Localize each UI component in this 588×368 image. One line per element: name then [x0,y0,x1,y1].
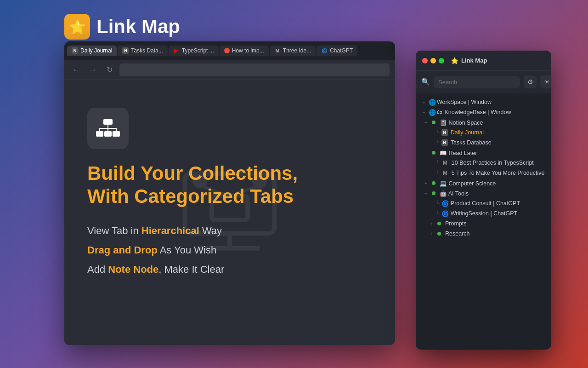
tree-row-knowledgebase[interactable]: 🌐 🗂 KnowledgeBase | Window [418,107,549,117]
feature-item-0: View Tab in Hierarchical Way [87,225,372,237]
chatgpt-icon-tree-2: 🌀 [441,210,449,217]
medium-icon-tree-2: M [441,170,449,176]
medium-m-icon: M [274,47,281,54]
notion-icon-2: N [122,47,129,54]
dot-ai-tools [432,191,435,195]
expand-notion-space[interactable] [422,119,430,126]
connector-tasks-database: └ [436,140,440,145]
expand-prompts[interactable] [428,220,435,227]
expand-read-later[interactable] [422,149,430,156]
close-traffic-light[interactable] [422,58,428,63]
expand-research[interactable] [428,230,435,237]
chrome-icon: 🌐 [429,99,436,106]
expand-workspace[interactable] [420,98,428,106]
tree-row-tips-productive[interactable]: └ M 5 Tips To Make You More Productive [418,168,549,178]
nav-bar: ← → ↻ [64,60,395,80]
youtube-icon: ▶ [173,47,180,54]
connector-writing-session: └ [436,211,440,216]
fullscreen-traffic-light[interactable] [439,58,444,63]
tree-row-workspace[interactable]: 🌐 WorkSpace | Window [418,97,549,107]
popup-window: ⭐ Link Map 🔍 ⚙ ☀ 🌐 WorkSpace | Window 🌐 … [416,51,551,350]
tab-tasks-data[interactable]: N Tasks Data... [118,46,167,56]
expand-computer-science[interactable] [422,179,430,187]
popup-search-bar: 🔍 ⚙ ☀ [416,71,551,93]
tree-row-tasks-database[interactable]: └ N Tasks Database [418,138,549,148]
dot-prompts [437,222,441,225]
svg-rect-11 [113,131,120,137]
tree-row-writing-session[interactable]: └ 🌀 WritingSession | ChatGPT [418,208,549,218]
tab-bar: N Daily Journal N Tasks Data... ▶ TypeSc… [64,41,395,60]
main-headline: Build Your Collections, With Categorized… [87,162,308,208]
popup-title-text: Link Map [461,57,487,64]
tab-how-to-imp[interactable]: How to imp... [220,46,269,56]
popup-titlebar: ⭐ Link Map [416,51,551,71]
medium-icon-tree: M [441,160,449,166]
connector-best-practices: └ [436,160,440,166]
hierarchy-icon [95,118,121,138]
tab-chatgpt[interactable]: 🌀 ChatGPT [317,46,357,56]
app-star-icon: ⭐ [64,14,90,40]
chrome-icon-2: 🌐 [429,109,436,116]
popup-title: ⭐ Link Map [451,57,487,64]
search-input[interactable] [434,76,520,88]
dot-computer-science [432,181,435,185]
tree-row-research[interactable]: Research [418,229,549,239]
dot-read-later [432,151,435,155]
tree-row-computer-science[interactable]: 💻 Computer Science [418,178,549,188]
connector-daily-journal: └ [436,130,440,135]
svg-rect-9 [96,131,103,137]
expand-ai-tools[interactable] [422,190,430,197]
feature-item-1: Drag and Drop As You Wish [87,244,372,256]
tree-row-product-consult[interactable]: └ 🌀 Product Consult | ChatGPT [418,198,549,208]
popup-star-icon: ⭐ [451,57,458,64]
url-bar[interactable] [119,63,390,76]
back-button[interactable]: ← [70,63,83,76]
svg-rect-8 [103,119,113,125]
forward-button[interactable]: → [86,63,99,76]
search-icon: 🔍 [421,78,430,86]
main-browser-window: N Daily Journal N Tasks Data... ▶ TypeSc… [64,41,395,345]
dot-notion-space [432,121,435,124]
tab-daily-journal[interactable]: N Daily Journal [67,46,117,56]
tab-typescript[interactable]: ▶ TypeScript ... [169,46,219,56]
chatgpt-icon-tree: 🌀 [441,200,449,207]
connector-product-consult: └ [436,201,440,206]
svg-rect-10 [104,131,112,137]
notion-icon: N [72,47,78,54]
theme-icon-btn[interactable]: ☀ [540,75,551,88]
content-area: Build Your Collections, With Categorized… [64,80,395,345]
app-title: Link Map [96,16,180,38]
tree-row-read-later[interactable]: 📖 Read Later [418,148,549,158]
tab-three-ide[interactable]: M Three Ide... [270,46,316,56]
tree-row-ai-tools[interactable]: 🤖 AI Tools [418,188,549,198]
tree-row-daily-journal[interactable]: └ N Daily Journal [418,127,549,138]
reload-button[interactable]: ↻ [103,63,116,76]
minimize-traffic-light[interactable] [430,58,436,63]
traffic-lights [422,58,444,63]
chatgpt-icon: 🌀 [321,47,328,54]
settings-icon-btn[interactable]: ⚙ [524,75,537,88]
tree-row-prompts[interactable]: Prompts [418,218,549,229]
app-icon-box [87,108,129,149]
notion-icon-tree-2: N [441,139,448,146]
medium-icon [224,48,230,53]
feature-list: View Tab in Hierarchical Way Drag and Dr… [87,225,372,276]
dot-research [437,232,441,236]
connector-tips-productive: └ [436,170,440,176]
notion-icon-tree: N [441,129,448,136]
app-title-area: ⭐ Link Map [64,14,180,40]
feature-item-2: Add Note Node, Make It Clear [87,264,372,276]
tree-row-best-practices[interactable]: └ M 10 Best Practices in TypesScript [418,158,549,168]
expand-knowledgebase[interactable] [420,109,428,116]
tree-container: 🌐 WorkSpace | Window 🌐 🗂 KnowledgeBase |… [416,93,551,350]
tree-row-notion-space[interactable]: 📓 Notion Space [418,117,549,127]
